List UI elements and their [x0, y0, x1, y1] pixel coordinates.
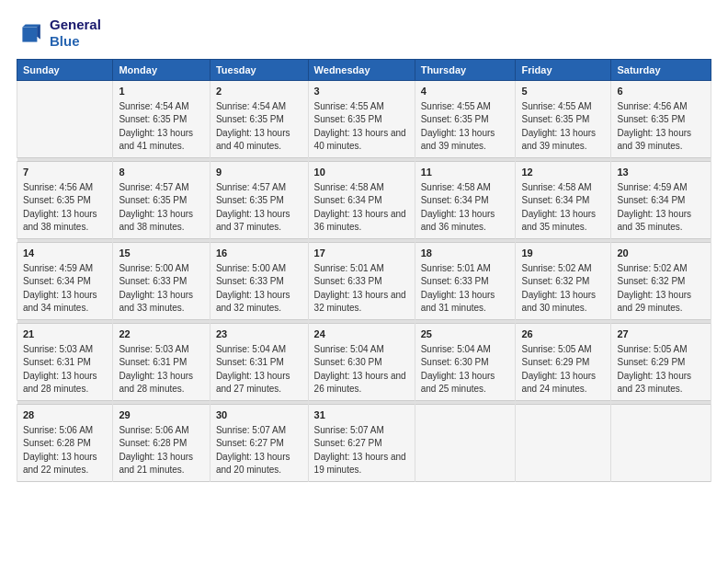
calendar-cell: 13Sunrise: 4:59 AMSunset: 6:34 PMDayligh…	[611, 161, 711, 238]
sunset-text: Sunset: 6:31 PM	[119, 356, 203, 370]
daylight-text: Daylight: 13 hours and 38 minutes.	[23, 208, 107, 235]
daylight-text: Daylight: 13 hours and 32 minutes.	[314, 289, 409, 316]
calendar-cell: 6Sunrise: 4:56 AMSunset: 6:35 PMDaylight…	[611, 81, 711, 158]
logo-icon	[17, 18, 46, 48]
sunset-text: Sunset: 6:33 PM	[119, 275, 203, 289]
sunset-text: Sunset: 6:35 PM	[23, 194, 107, 208]
calendar-week-row: 28Sunrise: 5:06 AMSunset: 6:28 PMDayligh…	[17, 404, 711, 481]
daylight-text: Daylight: 13 hours and 35 minutes.	[521, 208, 605, 235]
sunset-text: Sunset: 6:34 PM	[314, 194, 409, 208]
sunrise-text: Sunrise: 5:06 AM	[119, 424, 203, 438]
daylight-text: Daylight: 13 hours and 28 minutes.	[119, 370, 203, 396]
day-number: 27	[617, 327, 705, 342]
day-number: 2	[216, 85, 302, 99]
sunrise-text: Sunrise: 5:04 AM	[421, 343, 510, 357]
svg-marker-2	[22, 28, 37, 42]
daylight-text: Daylight: 13 hours and 20 minutes.	[216, 451, 302, 477]
sunset-text: Sunset: 6:35 PM	[119, 113, 203, 127]
sunrise-text: Sunrise: 5:07 AM	[314, 424, 409, 438]
day-number: 11	[421, 166, 510, 180]
sunrise-text: Sunrise: 4:55 AM	[421, 100, 510, 114]
day-number: 16	[216, 247, 302, 261]
calendar-cell: 9Sunrise: 4:57 AMSunset: 6:35 PMDaylight…	[210, 161, 308, 238]
sunrise-text: Sunrise: 5:06 AM	[23, 424, 107, 438]
daylight-text: Daylight: 13 hours and 40 minutes.	[314, 127, 409, 154]
day-number: 4	[421, 85, 510, 99]
daylight-text: Daylight: 13 hours and 40 minutes.	[216, 127, 302, 154]
calendar-cell: 7Sunrise: 4:56 AMSunset: 6:35 PMDaylight…	[17, 161, 113, 238]
calendar-week-row: 1Sunrise: 4:54 AMSunset: 6:35 PMDaylight…	[17, 81, 711, 158]
day-number: 13	[617, 166, 705, 180]
day-number: 6	[617, 85, 705, 99]
calendar-cell: 16Sunrise: 5:00 AMSunset: 6:33 PMDayligh…	[210, 242, 308, 319]
sunset-text: Sunset: 6:30 PM	[314, 356, 409, 370]
day-number: 24	[314, 327, 409, 342]
day-number: 12	[521, 166, 605, 180]
sunset-text: Sunset: 6:29 PM	[617, 356, 705, 370]
calendar-week-row: 14Sunrise: 4:59 AMSunset: 6:34 PMDayligh…	[17, 242, 711, 319]
sunrise-text: Sunrise: 4:58 AM	[521, 181, 605, 195]
day-number: 21	[23, 327, 107, 342]
calendar-cell: 18Sunrise: 5:01 AMSunset: 6:33 PMDayligh…	[415, 242, 516, 319]
day-number: 28	[23, 408, 107, 423]
calendar-cell	[17, 81, 113, 158]
sunrise-text: Sunrise: 4:58 AM	[314, 181, 409, 195]
calendar-cell: 2Sunrise: 4:54 AMSunset: 6:35 PMDaylight…	[210, 81, 308, 158]
calendar-cell: 10Sunrise: 4:58 AMSunset: 6:34 PMDayligh…	[308, 161, 415, 238]
day-number: 31	[314, 408, 409, 423]
daylight-text: Daylight: 13 hours and 26 minutes.	[314, 370, 409, 396]
sunrise-text: Sunrise: 5:04 AM	[216, 343, 302, 357]
sunset-text: Sunset: 6:33 PM	[421, 275, 510, 289]
sunrise-text: Sunrise: 5:05 AM	[617, 343, 705, 357]
header-saturday: Saturday	[611, 60, 711, 81]
daylight-text: Daylight: 13 hours and 32 minutes.	[216, 289, 302, 316]
sunset-text: Sunset: 6:31 PM	[216, 356, 302, 370]
sunrise-text: Sunrise: 5:05 AM	[521, 343, 605, 357]
calendar-table: SundayMondayTuesdayWednesdayThursdayFrid…	[17, 59, 711, 482]
day-number: 9	[216, 166, 302, 180]
header-monday: Monday	[113, 60, 210, 81]
calendar-cell: 15Sunrise: 5:00 AMSunset: 6:33 PMDayligh…	[113, 242, 210, 319]
sunrise-text: Sunrise: 4:56 AM	[23, 181, 107, 195]
daylight-text: Daylight: 13 hours and 25 minutes.	[421, 370, 510, 396]
daylight-text: Daylight: 13 hours and 34 minutes.	[23, 289, 107, 316]
sunset-text: Sunset: 6:35 PM	[216, 194, 302, 208]
calendar-cell: 1Sunrise: 4:54 AMSunset: 6:35 PMDaylight…	[113, 81, 210, 158]
daylight-text: Daylight: 13 hours and 23 minutes.	[617, 370, 705, 396]
day-number: 19	[521, 247, 605, 261]
calendar-cell: 5Sunrise: 4:55 AMSunset: 6:35 PMDaylight…	[516, 81, 611, 158]
daylight-text: Daylight: 13 hours and 31 minutes.	[421, 289, 510, 316]
sunset-text: Sunset: 6:30 PM	[421, 356, 510, 370]
calendar-cell: 11Sunrise: 4:58 AMSunset: 6:34 PMDayligh…	[415, 161, 516, 238]
calendar-cell: 20Sunrise: 5:02 AMSunset: 6:32 PMDayligh…	[611, 242, 711, 319]
daylight-text: Daylight: 13 hours and 22 minutes.	[23, 451, 107, 477]
daylight-text: Daylight: 13 hours and 28 minutes.	[23, 370, 107, 396]
calendar-header-row: SundayMondayTuesdayWednesdayThursdayFrid…	[17, 60, 711, 81]
daylight-text: Daylight: 13 hours and 24 minutes.	[521, 370, 605, 396]
sunrise-text: Sunrise: 4:55 AM	[521, 100, 605, 114]
day-number: 8	[119, 166, 203, 180]
sunset-text: Sunset: 6:28 PM	[23, 437, 107, 451]
day-number: 22	[119, 327, 203, 342]
daylight-text: Daylight: 13 hours and 37 minutes.	[216, 208, 302, 235]
sunset-text: Sunset: 6:27 PM	[216, 437, 302, 451]
sunrise-text: Sunrise: 4:57 AM	[216, 181, 302, 195]
calendar-cell: 19Sunrise: 5:02 AMSunset: 6:32 PMDayligh…	[516, 242, 611, 319]
calendar-cell: 3Sunrise: 4:55 AMSunset: 6:35 PMDaylight…	[308, 81, 415, 158]
header-sunday: Sunday	[17, 60, 113, 81]
sunrise-text: Sunrise: 5:07 AM	[216, 424, 302, 438]
sunrise-text: Sunrise: 4:56 AM	[617, 100, 705, 114]
day-number: 14	[23, 247, 107, 261]
sunrise-text: Sunrise: 5:01 AM	[421, 262, 510, 276]
calendar-cell	[516, 404, 611, 481]
daylight-text: Daylight: 13 hours and 27 minutes.	[216, 370, 302, 396]
day-number: 15	[119, 247, 203, 261]
sunrise-text: Sunrise: 4:59 AM	[23, 262, 107, 276]
day-number: 10	[314, 166, 409, 180]
sunrise-text: Sunrise: 5:02 AM	[617, 262, 705, 276]
calendar-cell: 27Sunrise: 5:05 AMSunset: 6:29 PMDayligh…	[611, 323, 711, 400]
sunrise-text: Sunrise: 4:55 AM	[314, 100, 409, 114]
calendar-cell: 29Sunrise: 5:06 AMSunset: 6:28 PMDayligh…	[113, 404, 210, 481]
calendar-cell: 28Sunrise: 5:06 AMSunset: 6:28 PMDayligh…	[17, 404, 113, 481]
calendar-cell: 14Sunrise: 4:59 AMSunset: 6:34 PMDayligh…	[17, 242, 113, 319]
